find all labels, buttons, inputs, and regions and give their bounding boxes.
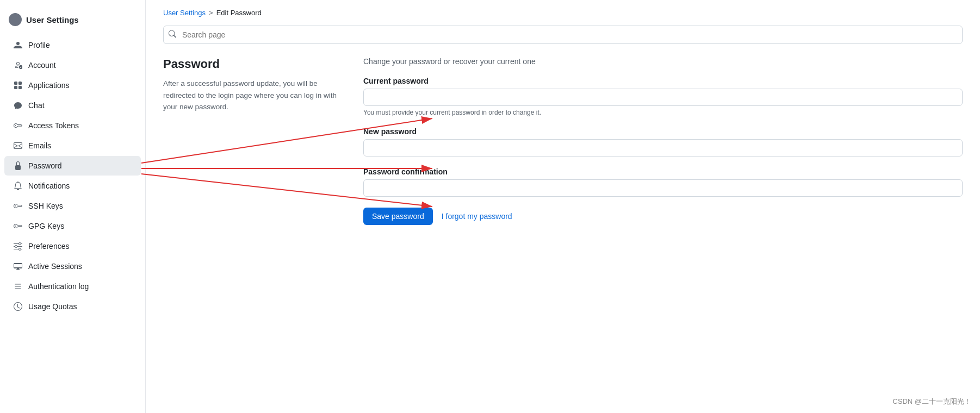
lock-icon bbox=[13, 161, 23, 171]
sidebar-item-account[interactable]: Account bbox=[4, 55, 141, 75]
password-confirmation-label: Password confirmation bbox=[363, 167, 963, 176]
chat-icon bbox=[13, 101, 23, 110]
clock-icon bbox=[13, 302, 23, 311]
sidebar-label-preferences: Preferences bbox=[28, 242, 69, 251]
breadcrumb-separator: > bbox=[209, 9, 213, 17]
sidebar-label-account: Account bbox=[28, 61, 56, 70]
sidebar-item-preferences[interactable]: Preferences bbox=[4, 236, 141, 256]
sidebar-title-text: User Settings bbox=[26, 15, 79, 24]
new-password-input[interactable] bbox=[363, 139, 963, 157]
sidebar-label-gpg-keys: GPG Keys bbox=[28, 222, 64, 230]
password-confirmation-group: Password confirmation bbox=[363, 167, 963, 197]
sidebar-item-active-sessions[interactable]: Active Sessions bbox=[4, 256, 141, 276]
sidebar-label-access-tokens: Access Tokens bbox=[28, 121, 79, 130]
current-password-group: Current password You must provide your c… bbox=[363, 77, 963, 116]
password-confirmation-input[interactable] bbox=[363, 179, 963, 197]
sidebar-label-authentication-log: Authentication log bbox=[28, 282, 89, 291]
sidebar-item-authentication-log[interactable]: Authentication log bbox=[4, 277, 141, 296]
sidebar: User Settings Profile Account Applicatio… bbox=[0, 0, 146, 413]
bell-icon bbox=[13, 181, 23, 191]
sidebar-item-notifications[interactable]: Notifications bbox=[4, 176, 141, 196]
page-title: Password bbox=[163, 57, 337, 71]
gpg-key-icon bbox=[13, 221, 23, 231]
breadcrumb-current: Edit Password bbox=[216, 9, 262, 17]
sidebar-item-ssh-keys[interactable]: SSH Keys bbox=[4, 196, 141, 216]
monitor-icon bbox=[13, 261, 23, 271]
new-password-group: New password bbox=[363, 127, 963, 157]
sliders-icon bbox=[13, 241, 23, 251]
sidebar-item-emails[interactable]: Emails bbox=[4, 136, 141, 155]
sidebar-item-applications[interactable]: Applications bbox=[4, 76, 141, 95]
sidebar-item-profile[interactable]: Profile bbox=[4, 35, 141, 55]
person-gear-icon bbox=[13, 60, 23, 70]
sidebar-label-password: Password bbox=[28, 161, 61, 170]
page-content: Password After a successful password upd… bbox=[163, 57, 963, 225]
sidebar-item-access-tokens[interactable]: Access Tokens bbox=[4, 116, 141, 135]
new-password-label: New password bbox=[363, 127, 963, 136]
sidebar-label-usage-quotas: Usage Quotas bbox=[28, 302, 77, 311]
sidebar-item-gpg-keys[interactable]: GPG Keys bbox=[4, 216, 141, 236]
grid-icon bbox=[13, 80, 23, 90]
sidebar-item-chat[interactable]: Chat bbox=[4, 96, 141, 115]
main-content: User Settings > Edit Password Password A… bbox=[146, 0, 980, 413]
sidebar-item-password[interactable]: Password bbox=[4, 156, 141, 176]
right-panel-header: Change your password or recover your cur… bbox=[363, 57, 963, 66]
forgot-password-link[interactable]: I forgot my password bbox=[442, 212, 512, 221]
sidebar-navigation: Profile Account Applications Chat bbox=[0, 35, 145, 316]
sidebar-item-usage-quotas[interactable]: Usage Quotas bbox=[4, 297, 141, 316]
watermark: CSDN @二十一克阳光！ bbox=[892, 397, 971, 406]
current-password-label: Current password bbox=[363, 77, 963, 85]
sidebar-label-emails: Emails bbox=[28, 141, 51, 150]
ssh-key-icon bbox=[13, 201, 23, 211]
left-panel: Password After a successful password upd… bbox=[163, 57, 337, 225]
sidebar-label-active-sessions: Active Sessions bbox=[28, 262, 82, 271]
page-description: After a successful password update, you … bbox=[163, 78, 337, 113]
key-icon bbox=[13, 121, 23, 130]
change-password-header: Change your password or recover your cur… bbox=[363, 57, 963, 66]
sidebar-label-chat: Chat bbox=[28, 101, 45, 110]
breadcrumb: User Settings > Edit Password bbox=[163, 9, 963, 17]
user-avatar bbox=[9, 13, 22, 26]
breadcrumb-parent-link[interactable]: User Settings bbox=[163, 9, 206, 17]
sidebar-label-notifications: Notifications bbox=[28, 182, 70, 190]
search-icon bbox=[169, 30, 176, 40]
sidebar-label-profile: Profile bbox=[28, 41, 50, 49]
sidebar-label-ssh-keys: SSH Keys bbox=[28, 202, 63, 210]
search-input[interactable] bbox=[163, 26, 963, 44]
sidebar-label-applications: Applications bbox=[28, 81, 70, 90]
sidebar-title: User Settings bbox=[0, 9, 145, 35]
form-actions: Save password I forgot my password bbox=[363, 208, 963, 225]
search-bar bbox=[163, 26, 963, 44]
save-password-button[interactable]: Save password bbox=[363, 208, 433, 225]
current-password-input[interactable] bbox=[363, 89, 963, 106]
current-password-hint: You must provide your current password i… bbox=[363, 109, 963, 116]
right-panel: Change your password or recover your cur… bbox=[363, 57, 963, 225]
list-icon bbox=[13, 281, 23, 291]
envelope-icon bbox=[13, 141, 23, 151]
person-icon bbox=[13, 40, 23, 50]
